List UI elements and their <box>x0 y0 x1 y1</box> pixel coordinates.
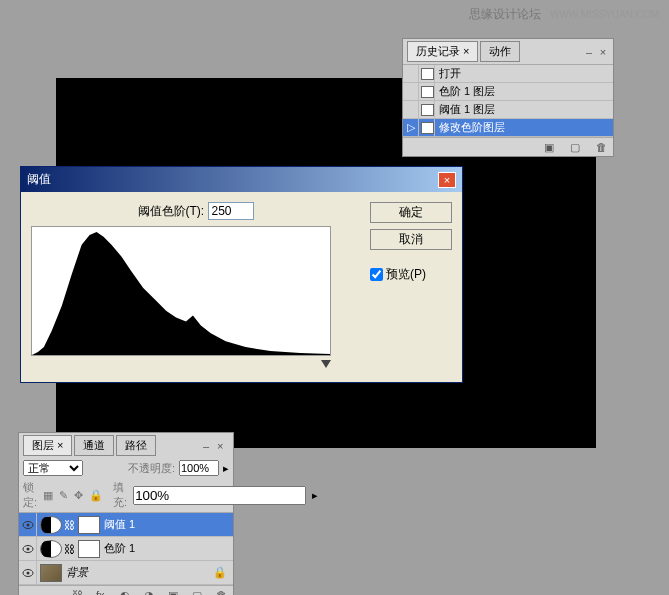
adjustment-icon[interactable]: ◑ <box>144 589 158 595</box>
svg-marker-0 <box>32 232 330 355</box>
snapshot-icon[interactable]: ▣ <box>544 141 558 153</box>
layer-thumb <box>40 564 62 582</box>
layer-row[interactable]: 背景 🔒 <box>19 561 233 585</box>
layers-options-row: 正常 不透明度: ▸ <box>19 458 233 478</box>
eye-icon <box>22 521 34 529</box>
eye-icon <box>22 545 34 553</box>
tab-actions[interactable]: 动作 <box>480 41 520 62</box>
threshold-input[interactable] <box>208 202 254 220</box>
trash-icon[interactable]: 🗑 <box>216 589 230 595</box>
eye-icon <box>22 569 34 577</box>
blend-mode-select[interactable]: 正常 <box>23 460 83 476</box>
preview-checkbox-row[interactable]: 预览(P) <box>370 266 452 283</box>
tab-layers[interactable]: 图层 × <box>23 435 72 456</box>
minimize-icon[interactable]: – <box>203 440 215 452</box>
tab-paths[interactable]: 路径 <box>116 435 156 456</box>
mask-thumb <box>78 540 100 558</box>
lock-transparency-icon[interactable]: ▦ <box>43 489 53 501</box>
layer-row[interactable]: ⛓ 色阶 1 <box>19 537 233 561</box>
minimize-icon[interactable]: – <box>583 46 595 58</box>
lock-icon: 🔒 <box>213 566 227 579</box>
visibility-toggle[interactable] <box>19 561 37 584</box>
mask-icon[interactable]: ◐ <box>120 589 134 595</box>
adjustment-thumb <box>40 540 62 558</box>
link-icon[interactable]: ⛓ <box>64 543 76 555</box>
link-layers-icon[interactable]: ⛓ <box>72 589 86 595</box>
cancel-button[interactable]: 取消 <box>370 229 452 250</box>
svg-point-4 <box>26 547 29 550</box>
close-icon[interactable]: × <box>438 172 456 188</box>
close-icon[interactable]: × <box>597 46 609 58</box>
chevron-right-icon[interactable]: ▸ <box>312 489 318 502</box>
watermark: 思缘设计论坛 WWW.MISSYUAN.COM <box>469 6 659 23</box>
layer-row[interactable]: ⛓ 阈值 1 <box>19 513 233 537</box>
dialog-titlebar[interactable]: 阈值 × <box>21 167 462 192</box>
visibility-toggle[interactable] <box>19 537 37 560</box>
link-icon[interactable]: ⛓ <box>64 519 76 531</box>
svg-point-2 <box>26 523 29 526</box>
fx-icon[interactable]: fx <box>96 589 110 595</box>
lock-all-icon[interactable]: 🔒 <box>89 489 101 501</box>
new-state-icon[interactable]: ▢ <box>570 141 584 153</box>
history-footer: ▣ ▢ 🗑 <box>403 137 613 156</box>
layers-panel: 图层 × 通道 路径 – × 正常 不透明度: ▸ 锁定: ▦ ✎ ✥ 🔒 填充… <box>18 432 234 595</box>
history-panel-header: 历史记录 × 动作 – × <box>403 39 613 65</box>
document-icon <box>421 68 434 80</box>
history-row[interactable]: 阈值 1 图层 <box>403 101 613 119</box>
layers-footer: ⛓ fx ◐ ◑ ▣ ▢ 🗑 <box>19 585 233 595</box>
layers-panel-header: 图层 × 通道 路径 – × <box>19 433 233 458</box>
threshold-slider[interactable] <box>31 360 331 372</box>
document-icon <box>421 104 434 116</box>
history-panel: 历史记录 × 动作 – × 打开 色阶 1 图层 阈值 1 图层 ▷ 修改色阶图… <box>402 38 614 157</box>
visibility-toggle[interactable] <box>19 513 37 536</box>
history-row[interactable]: 打开 <box>403 65 613 83</box>
lock-brush-icon[interactable]: ✎ <box>59 489 68 501</box>
svg-point-6 <box>26 571 29 574</box>
close-icon[interactable]: × <box>217 440 229 452</box>
document-icon <box>421 86 434 98</box>
new-layer-icon[interactable]: ▢ <box>192 589 206 595</box>
preview-checkbox[interactable] <box>370 268 383 281</box>
folder-icon[interactable]: ▣ <box>168 589 182 595</box>
slider-thumb-icon[interactable] <box>321 360 331 368</box>
tab-history[interactable]: 历史记录 × <box>407 41 478 62</box>
document-icon <box>421 122 434 134</box>
opacity-input[interactable] <box>179 460 219 476</box>
history-list: 打开 色阶 1 图层 阈值 1 图层 ▷ 修改色阶图层 <box>403 65 613 137</box>
threshold-dialog: 阈值 × 阈值色阶(T): 确定 取消 预览(P) <box>20 166 463 383</box>
fill-input[interactable] <box>133 486 306 505</box>
history-row[interactable]: ▷ 修改色阶图层 <box>403 119 613 137</box>
history-row[interactable]: 色阶 1 图层 <box>403 83 613 101</box>
layers-list: ⛓ 阈值 1 ⛓ 色阶 1 背景 🔒 <box>19 513 233 585</box>
mask-thumb <box>78 516 100 534</box>
adjustment-thumb <box>40 516 62 534</box>
threshold-level-row: 阈值色阶(T): <box>31 202 360 220</box>
histogram <box>31 226 331 356</box>
ok-button[interactable]: 确定 <box>370 202 452 223</box>
layers-lock-row: 锁定: ▦ ✎ ✥ 🔒 填充: ▸ <box>19 478 233 513</box>
chevron-right-icon[interactable]: ▸ <box>223 462 229 475</box>
tab-channels[interactable]: 通道 <box>74 435 114 456</box>
trash-icon[interactable]: 🗑 <box>596 141 610 153</box>
lock-move-icon[interactable]: ✥ <box>74 489 83 501</box>
